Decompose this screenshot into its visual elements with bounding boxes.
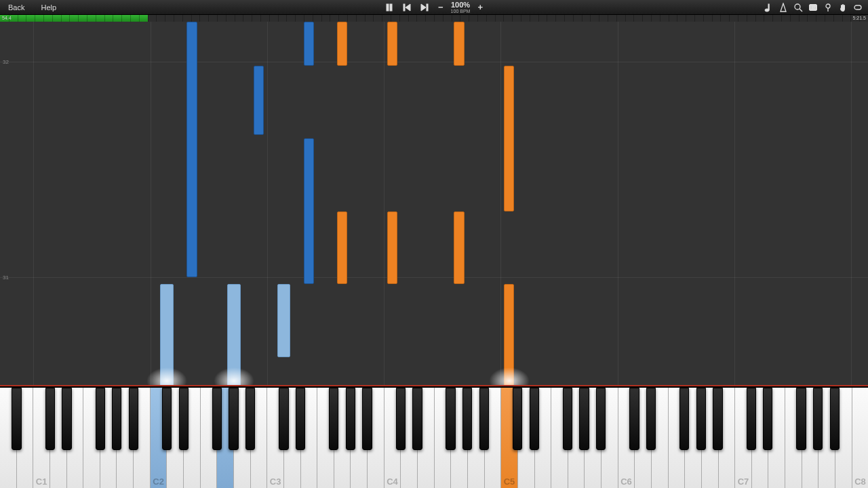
speed-plus-button[interactable]: + bbox=[475, 2, 485, 12]
key-label: C6 bbox=[618, 476, 635, 487]
falling-note bbox=[387, 22, 397, 66]
loop-icon[interactable] bbox=[852, 1, 864, 14]
svg-marker-5 bbox=[421, 4, 426, 11]
black-key[interactable] bbox=[179, 388, 189, 450]
svg-marker-8 bbox=[781, 3, 786, 12]
black-key[interactable] bbox=[279, 388, 288, 450]
menubar: Back Help − 100% 100 BPM + La bbox=[0, 0, 868, 15]
black-key[interactable] bbox=[563, 388, 572, 450]
bookmark-icon[interactable] bbox=[822, 1, 834, 14]
piano-keyboard[interactable]: C1C2C3C4C5C6C7C8 bbox=[0, 386, 868, 488]
note-roll[interactable]: 3231 bbox=[0, 22, 868, 386]
black-key[interactable] bbox=[763, 388, 772, 450]
key-label: C3 bbox=[267, 476, 283, 487]
progress-bar[interactable]: 54.4 5:21.5 bbox=[0, 15, 868, 22]
falling-note bbox=[186, 22, 197, 277]
key-label: C8 bbox=[852, 476, 868, 487]
key-label: C5 bbox=[501, 476, 517, 487]
black-key[interactable] bbox=[830, 388, 840, 450]
black-key[interactable] bbox=[129, 388, 138, 450]
falling-note bbox=[304, 22, 314, 66]
black-key[interactable] bbox=[62, 388, 71, 450]
falling-note bbox=[504, 66, 514, 211]
svg-rect-1 bbox=[390, 4, 392, 11]
key-label: C7 bbox=[735, 476, 751, 487]
black-key[interactable] bbox=[296, 388, 305, 450]
black-key[interactable] bbox=[596, 388, 606, 450]
back-button[interactable]: Back bbox=[0, 0, 33, 15]
black-key[interactable] bbox=[513, 388, 522, 450]
hand-icon[interactable] bbox=[837, 1, 849, 14]
pause-icon[interactable] bbox=[383, 1, 395, 14]
black-key[interactable] bbox=[530, 388, 539, 450]
falling-note bbox=[277, 284, 291, 357]
speed-percent: 100% bbox=[451, 1, 470, 9]
black-key[interactable] bbox=[12, 388, 21, 450]
svg-line-10 bbox=[800, 9, 802, 12]
black-key[interactable] bbox=[96, 388, 105, 450]
black-key[interactable] bbox=[212, 388, 222, 450]
black-key[interactable] bbox=[245, 388, 255, 450]
help-button[interactable]: Help bbox=[33, 0, 64, 15]
black-key[interactable] bbox=[813, 388, 823, 450]
black-key[interactable] bbox=[479, 388, 489, 450]
key-label: C4 bbox=[384, 476, 401, 487]
metronome-icon[interactable] bbox=[777, 1, 789, 14]
black-key[interactable] bbox=[629, 388, 639, 450]
falling-note bbox=[337, 211, 347, 285]
toolbar-right: La bbox=[762, 1, 864, 14]
black-key[interactable] bbox=[329, 388, 338, 450]
white-key[interactable]: C8 bbox=[852, 388, 868, 488]
black-key[interactable] bbox=[646, 388, 656, 450]
black-key[interactable] bbox=[229, 388, 238, 450]
time-total: 5:21.5 bbox=[851, 15, 868, 22]
next-icon[interactable] bbox=[418, 1, 431, 14]
menu-left: Back Help bbox=[0, 0, 64, 15]
measure-label: 32 bbox=[3, 59, 9, 65]
speed-minus-button[interactable]: − bbox=[436, 2, 446, 12]
falling-note bbox=[160, 284, 174, 386]
svg-rect-2 bbox=[403, 4, 405, 11]
falling-note bbox=[254, 66, 264, 135]
speed-display: 100% 100 BPM bbox=[451, 1, 471, 14]
black-key[interactable] bbox=[446, 388, 455, 450]
progress-ticks bbox=[0, 15, 868, 22]
svg-rect-4 bbox=[427, 4, 428, 11]
svg-rect-0 bbox=[387, 4, 389, 11]
prev-icon[interactable] bbox=[401, 1, 413, 14]
falling-note bbox=[504, 284, 514, 386]
black-key[interactable] bbox=[162, 388, 172, 450]
note-icon[interactable] bbox=[762, 1, 774, 14]
falling-note bbox=[454, 22, 464, 66]
falling-note bbox=[304, 138, 314, 284]
black-key[interactable] bbox=[396, 388, 406, 450]
key-label: C1 bbox=[33, 476, 50, 487]
falling-note bbox=[337, 22, 347, 66]
black-key[interactable] bbox=[679, 388, 689, 450]
black-key[interactable] bbox=[696, 388, 706, 450]
black-key[interactable] bbox=[45, 388, 55, 450]
zoom-icon[interactable] bbox=[792, 1, 804, 14]
measure-label: 31 bbox=[3, 274, 9, 280]
black-key[interactable] bbox=[796, 388, 806, 450]
svg-point-9 bbox=[795, 4, 800, 9]
black-key[interactable] bbox=[412, 388, 422, 450]
svg-text:La: La bbox=[810, 5, 816, 10]
black-key[interactable] bbox=[362, 388, 372, 450]
black-key[interactable] bbox=[579, 388, 589, 450]
black-key[interactable] bbox=[713, 388, 722, 450]
black-key[interactable] bbox=[346, 388, 355, 450]
svg-point-13 bbox=[826, 4, 830, 8]
falling-note bbox=[227, 284, 241, 386]
svg-rect-7 bbox=[768, 4, 769, 10]
hit-line bbox=[0, 385, 868, 386]
falling-note bbox=[454, 211, 464, 285]
svg-rect-15 bbox=[854, 5, 861, 9]
black-key[interactable] bbox=[112, 388, 121, 450]
black-key[interactable] bbox=[462, 388, 472, 450]
speed-bpm: 100 BPM bbox=[451, 9, 471, 14]
falling-note bbox=[387, 211, 397, 285]
key-label: C2 bbox=[151, 476, 167, 487]
black-key[interactable] bbox=[747, 388, 756, 450]
labels-icon[interactable]: La bbox=[807, 1, 819, 14]
